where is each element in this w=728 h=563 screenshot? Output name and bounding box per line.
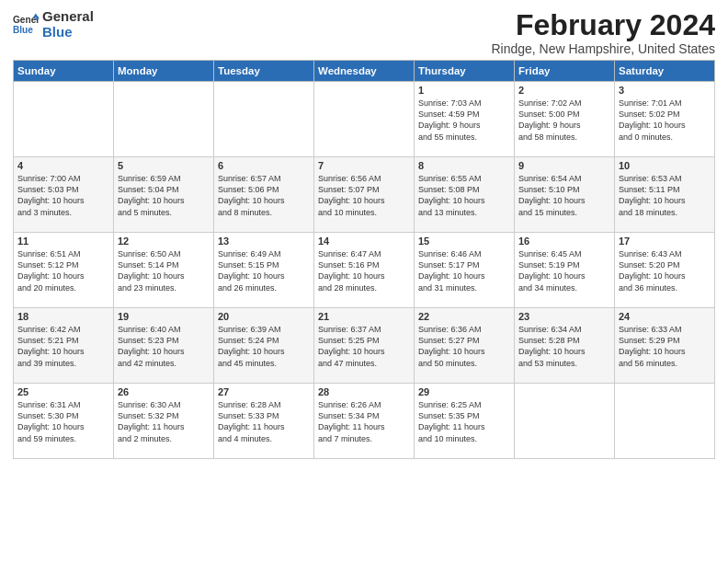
day-number: 26: [118, 386, 210, 397]
calendar-table: SundayMondayTuesdayWednesdayThursdayFrid…: [13, 60, 715, 459]
day-number: 27: [218, 386, 310, 397]
day-info: Sunrise: 6:30 AM Sunset: 5:32 PM Dayligh…: [118, 399, 210, 444]
logo: General Blue General Blue: [13, 9, 94, 40]
day-number: 28: [318, 386, 410, 397]
subtitle: Rindge, New Hampshire, United States: [491, 41, 715, 56]
week-row-1: 1Sunrise: 7:03 AM Sunset: 4:59 PM Daylig…: [14, 82, 715, 157]
day-number: 18: [17, 311, 109, 322]
calendar-cell: 10Sunrise: 6:53 AM Sunset: 5:11 PM Dayli…: [615, 157, 715, 233]
calendar-cell: 2Sunrise: 7:02 AM Sunset: 5:00 PM Daylig…: [515, 82, 615, 157]
calendar-cell: 15Sunrise: 6:46 AM Sunset: 5:17 PM Dayli…: [415, 233, 515, 308]
calendar-cell: [214, 82, 314, 157]
day-number: 4: [17, 160, 109, 171]
calendar-cell: 19Sunrise: 6:40 AM Sunset: 5:23 PM Dayli…: [114, 308, 214, 384]
header-monday: Monday: [114, 61, 214, 82]
day-number: 14: [318, 236, 410, 247]
logo-general: General: [42, 9, 94, 25]
day-info: Sunrise: 6:28 AM Sunset: 5:33 PM Dayligh…: [218, 399, 310, 444]
calendar-cell: 5Sunrise: 6:59 AM Sunset: 5:04 PM Daylig…: [114, 157, 214, 233]
header-thursday: Thursday: [415, 61, 515, 82]
calendar-cell: 17Sunrise: 6:43 AM Sunset: 5:20 PM Dayli…: [615, 233, 715, 308]
day-number: 2: [518, 85, 610, 96]
calendar-cell: 24Sunrise: 6:33 AM Sunset: 5:29 PM Dayli…: [615, 308, 715, 384]
day-info: Sunrise: 6:55 AM Sunset: 5:08 PM Dayligh…: [418, 173, 510, 218]
day-number: 21: [318, 311, 410, 322]
day-number: 23: [518, 311, 610, 322]
calendar-cell: [14, 82, 114, 157]
header-wednesday: Wednesday: [314, 61, 415, 82]
week-row-5: 25Sunrise: 6:31 AM Sunset: 5:30 PM Dayli…: [14, 384, 715, 459]
day-info: Sunrise: 6:33 AM Sunset: 5:29 PM Dayligh…: [619, 324, 711, 369]
day-info: Sunrise: 6:56 AM Sunset: 5:07 PM Dayligh…: [318, 173, 410, 218]
calendar-cell: 12Sunrise: 6:50 AM Sunset: 5:14 PM Dayli…: [114, 233, 214, 308]
calendar-cell: 14Sunrise: 6:47 AM Sunset: 5:16 PM Dayli…: [314, 233, 415, 308]
title-block: February 2024 Rindge, New Hampshire, Uni…: [491, 9, 715, 56]
calendar-cell: 26Sunrise: 6:30 AM Sunset: 5:32 PM Dayli…: [114, 384, 214, 459]
header-tuesday: Tuesday: [214, 61, 314, 82]
day-number: 29: [418, 386, 510, 397]
day-info: Sunrise: 6:36 AM Sunset: 5:27 PM Dayligh…: [418, 324, 510, 369]
calendar-cell: 28Sunrise: 6:26 AM Sunset: 5:34 PM Dayli…: [314, 384, 415, 459]
day-info: Sunrise: 6:42 AM Sunset: 5:21 PM Dayligh…: [17, 324, 109, 369]
day-number: 11: [17, 236, 109, 247]
day-info: Sunrise: 6:51 AM Sunset: 5:12 PM Dayligh…: [17, 248, 109, 293]
calendar-cell: [114, 82, 214, 157]
day-info: Sunrise: 6:49 AM Sunset: 5:15 PM Dayligh…: [218, 248, 310, 293]
day-info: Sunrise: 6:57 AM Sunset: 5:06 PM Dayligh…: [218, 173, 310, 218]
day-info: Sunrise: 6:34 AM Sunset: 5:28 PM Dayligh…: [518, 324, 610, 369]
calendar-cell: 8Sunrise: 6:55 AM Sunset: 5:08 PM Daylig…: [415, 157, 515, 233]
day-info: Sunrise: 7:03 AM Sunset: 4:59 PM Dayligh…: [418, 98, 510, 143]
calendar-cell: 20Sunrise: 6:39 AM Sunset: 5:24 PM Dayli…: [214, 308, 314, 384]
day-number: 13: [218, 236, 310, 247]
day-info: Sunrise: 6:37 AM Sunset: 5:25 PM Dayligh…: [318, 324, 410, 369]
day-info: Sunrise: 6:39 AM Sunset: 5:24 PM Dayligh…: [218, 324, 310, 369]
day-info: Sunrise: 6:53 AM Sunset: 5:11 PM Dayligh…: [619, 173, 711, 218]
header-sunday: Sunday: [14, 61, 114, 82]
calendar-cell: 4Sunrise: 7:00 AM Sunset: 5:03 PM Daylig…: [14, 157, 114, 233]
day-info: Sunrise: 6:47 AM Sunset: 5:16 PM Dayligh…: [318, 248, 410, 293]
day-info: Sunrise: 6:50 AM Sunset: 5:14 PM Dayligh…: [118, 248, 210, 293]
day-number: 20: [218, 311, 310, 322]
day-number: 7: [318, 160, 410, 171]
day-info: Sunrise: 6:59 AM Sunset: 5:04 PM Dayligh…: [118, 173, 210, 218]
calendar-cell: [615, 384, 715, 459]
day-number: 8: [418, 160, 510, 171]
calendar-cell: 23Sunrise: 6:34 AM Sunset: 5:28 PM Dayli…: [515, 308, 615, 384]
day-info: Sunrise: 6:45 AM Sunset: 5:19 PM Dayligh…: [518, 248, 610, 293]
calendar-cell: 21Sunrise: 6:37 AM Sunset: 5:25 PM Dayli…: [314, 308, 415, 384]
header-saturday: Saturday: [615, 61, 715, 82]
day-number: 15: [418, 236, 510, 247]
header: General Blue General Blue February 2024 …: [13, 9, 715, 56]
calendar-header-row: SundayMondayTuesdayWednesdayThursdayFrid…: [14, 61, 715, 82]
calendar-cell: 16Sunrise: 6:45 AM Sunset: 5:19 PM Dayli…: [515, 233, 615, 308]
calendar-cell: 22Sunrise: 6:36 AM Sunset: 5:27 PM Dayli…: [415, 308, 515, 384]
main-title: February 2024: [491, 9, 715, 41]
calendar-cell: 18Sunrise: 6:42 AM Sunset: 5:21 PM Dayli…: [14, 308, 114, 384]
day-number: 10: [619, 160, 711, 171]
calendar-cell: 1Sunrise: 7:03 AM Sunset: 4:59 PM Daylig…: [415, 82, 515, 157]
day-info: Sunrise: 6:46 AM Sunset: 5:17 PM Dayligh…: [418, 248, 510, 293]
calendar-cell: 27Sunrise: 6:28 AM Sunset: 5:33 PM Dayli…: [214, 384, 314, 459]
calendar-cell: 6Sunrise: 6:57 AM Sunset: 5:06 PM Daylig…: [214, 157, 314, 233]
calendar-cell: 25Sunrise: 6:31 AM Sunset: 5:30 PM Dayli…: [14, 384, 114, 459]
day-number: 6: [218, 160, 310, 171]
calendar-cell: 3Sunrise: 7:01 AM Sunset: 5:02 PM Daylig…: [615, 82, 715, 157]
day-number: 19: [118, 311, 210, 322]
calendar-cell: [515, 384, 615, 459]
logo-blue: Blue: [42, 25, 94, 40]
day-info: Sunrise: 7:02 AM Sunset: 5:00 PM Dayligh…: [518, 98, 610, 143]
day-info: Sunrise: 6:26 AM Sunset: 5:34 PM Dayligh…: [318, 399, 410, 444]
header-friday: Friday: [515, 61, 615, 82]
day-number: 25: [17, 386, 109, 397]
week-row-3: 11Sunrise: 6:51 AM Sunset: 5:12 PM Dayli…: [14, 233, 715, 308]
day-number: 24: [619, 311, 711, 322]
week-row-2: 4Sunrise: 7:00 AM Sunset: 5:03 PM Daylig…: [14, 157, 715, 233]
day-info: Sunrise: 6:31 AM Sunset: 5:30 PM Dayligh…: [17, 399, 109, 444]
calendar-cell: 9Sunrise: 6:54 AM Sunset: 5:10 PM Daylig…: [515, 157, 615, 233]
calendar-cell: 7Sunrise: 6:56 AM Sunset: 5:07 PM Daylig…: [314, 157, 415, 233]
day-number: 12: [118, 236, 210, 247]
calendar-cell: 13Sunrise: 6:49 AM Sunset: 5:15 PM Dayli…: [214, 233, 314, 308]
day-info: Sunrise: 6:54 AM Sunset: 5:10 PM Dayligh…: [518, 173, 610, 218]
svg-text:Blue: Blue: [13, 25, 33, 35]
day-info: Sunrise: 6:43 AM Sunset: 5:20 PM Dayligh…: [619, 248, 711, 293]
